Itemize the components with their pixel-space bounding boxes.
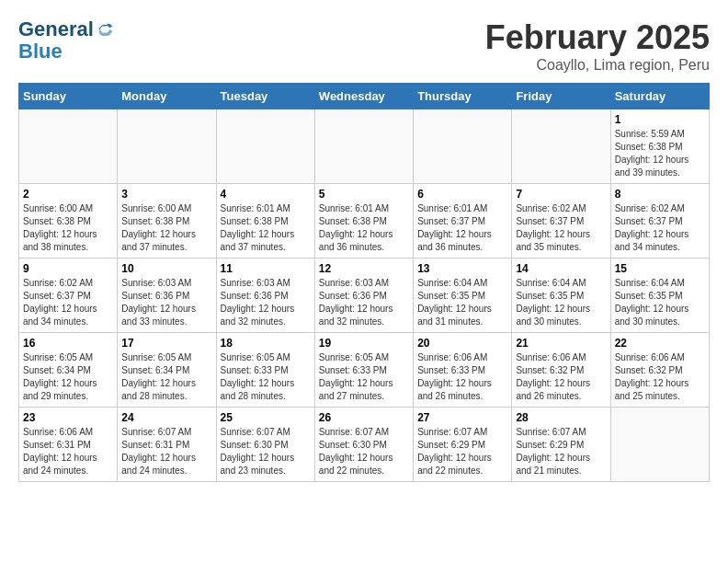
day-number: 1 [615, 113, 705, 126]
calendar-cell: 15Sunrise: 6:04 AM Sunset: 6:35 PM Dayli… [610, 259, 709, 333]
calendar-week-3: 16Sunrise: 6:05 AM Sunset: 6:34 PM Dayli… [19, 333, 710, 408]
calendar-cell: 14Sunrise: 6:04 AM Sunset: 6:35 PM Dayli… [512, 259, 610, 333]
day-number: 24 [121, 411, 211, 424]
day-info: Sunrise: 6:06 AM Sunset: 6:32 PM Dayligh… [516, 351, 606, 403]
day-number: 15 [615, 262, 705, 275]
logo-text: General [18, 18, 94, 40]
day-number: 26 [319, 411, 409, 424]
weekday-header-thursday: Thursday [414, 84, 512, 109]
day-info: Sunrise: 6:07 AM Sunset: 6:30 PM Dayligh… [221, 426, 311, 477]
weekday-header-row: SundayMondayTuesdayWednesdayThursdayFrid… [19, 84, 710, 109]
calendar-cell [19, 109, 118, 184]
calendar-cell: 18Sunrise: 6:05 AM Sunset: 6:33 PM Dayli… [216, 333, 314, 408]
day-info: Sunrise: 6:00 AM Sunset: 6:38 PM Dayligh… [23, 202, 113, 254]
day-number: 21 [516, 337, 606, 350]
header: General Blue February 2025 Coayllo, Lima… [18, 18, 710, 74]
day-number: 3 [121, 188, 211, 201]
calendar-cell [512, 109, 610, 184]
day-info: Sunrise: 6:06 AM Sunset: 6:32 PM Dayligh… [615, 351, 705, 403]
calendar-cell: 20Sunrise: 6:06 AM Sunset: 6:33 PM Dayli… [414, 333, 512, 408]
calendar-cell: 1Sunrise: 5:59 AM Sunset: 6:38 PM Daylig… [610, 109, 709, 184]
calendar-cell: 8Sunrise: 6:02 AM Sunset: 6:37 PM Daylig… [610, 184, 709, 259]
weekday-header-tuesday: Tuesday [216, 84, 314, 109]
day-number: 14 [516, 262, 606, 275]
day-number: 12 [319, 262, 409, 275]
calendar-cell: 21Sunrise: 6:06 AM Sunset: 6:32 PM Dayli… [512, 333, 610, 408]
day-number: 16 [23, 337, 113, 350]
day-number: 22 [615, 337, 705, 350]
title-section: February 2025 Coayllo, Lima region, Peru [485, 18, 710, 74]
day-info: Sunrise: 6:07 AM Sunset: 6:29 PM Dayligh… [516, 426, 606, 477]
calendar-cell: 19Sunrise: 6:05 AM Sunset: 6:33 PM Dayli… [314, 333, 413, 408]
calendar-cell: 26Sunrise: 6:07 AM Sunset: 6:30 PM Dayli… [314, 408, 413, 482]
day-info: Sunrise: 6:02 AM Sunset: 6:37 PM Dayligh… [516, 202, 606, 254]
day-info: Sunrise: 6:03 AM Sunset: 6:36 PM Dayligh… [221, 277, 311, 328]
day-info: Sunrise: 6:07 AM Sunset: 6:30 PM Dayligh… [319, 426, 409, 477]
day-info: Sunrise: 6:05 AM Sunset: 6:34 PM Dayligh… [23, 351, 113, 403]
logo-blue-text: Blue [18, 40, 63, 63]
calendar-cell: 22Sunrise: 6:06 AM Sunset: 6:32 PM Dayli… [610, 333, 709, 408]
calendar-cell: 12Sunrise: 6:03 AM Sunset: 6:36 PM Dayli… [314, 259, 413, 333]
calendar-cell [314, 109, 413, 184]
calendar-cell: 6Sunrise: 6:01 AM Sunset: 6:37 PM Daylig… [414, 184, 512, 259]
day-number: 9 [23, 262, 113, 275]
calendar-cell [414, 109, 512, 184]
calendar-cell [118, 109, 216, 184]
day-info: Sunrise: 6:07 AM Sunset: 6:29 PM Dayligh… [417, 426, 507, 477]
calendar-cell: 10Sunrise: 6:03 AM Sunset: 6:36 PM Dayli… [118, 259, 216, 333]
calendar-cell: 7Sunrise: 6:02 AM Sunset: 6:37 PM Daylig… [512, 184, 610, 259]
day-number: 13 [417, 262, 507, 275]
day-info: Sunrise: 6:02 AM Sunset: 6:37 PM Dayligh… [615, 202, 705, 254]
day-number: 19 [319, 337, 409, 350]
day-number: 4 [221, 188, 311, 201]
calendar-cell: 27Sunrise: 6:07 AM Sunset: 6:29 PM Dayli… [414, 408, 512, 482]
calendar-week-4: 23Sunrise: 6:06 AM Sunset: 6:31 PM Dayli… [19, 408, 710, 482]
weekday-header-saturday: Saturday [610, 84, 709, 109]
calendar-week-0: 1Sunrise: 5:59 AM Sunset: 6:38 PM Daylig… [19, 109, 710, 184]
day-info: Sunrise: 5:59 AM Sunset: 6:38 PM Dayligh… [615, 128, 705, 179]
calendar-cell [610, 408, 709, 482]
day-info: Sunrise: 6:05 AM Sunset: 6:33 PM Dayligh… [319, 351, 409, 403]
day-number: 20 [417, 337, 507, 350]
calendar-cell: 5Sunrise: 6:01 AM Sunset: 6:38 PM Daylig… [314, 184, 413, 259]
calendar-cell [216, 109, 314, 184]
calendar-cell: 9Sunrise: 6:02 AM Sunset: 6:37 PM Daylig… [19, 259, 118, 333]
day-info: Sunrise: 6:04 AM Sunset: 6:35 PM Dayligh… [516, 277, 606, 328]
calendar-cell: 2Sunrise: 6:00 AM Sunset: 6:38 PM Daylig… [19, 184, 118, 259]
day-info: Sunrise: 6:04 AM Sunset: 6:35 PM Dayligh… [615, 277, 705, 328]
day-info: Sunrise: 6:07 AM Sunset: 6:31 PM Dayligh… [121, 426, 211, 477]
day-number: 10 [121, 262, 211, 275]
calendar-table: SundayMondayTuesdayWednesdayThursdayFrid… [18, 83, 710, 482]
day-number: 6 [417, 188, 507, 201]
calendar-cell: 13Sunrise: 6:04 AM Sunset: 6:35 PM Dayli… [414, 259, 512, 333]
day-number: 11 [221, 262, 311, 275]
day-info: Sunrise: 6:00 AM Sunset: 6:38 PM Dayligh… [121, 202, 211, 254]
calendar-cell: 28Sunrise: 6:07 AM Sunset: 6:29 PM Dayli… [512, 408, 610, 482]
calendar-cell: 17Sunrise: 6:05 AM Sunset: 6:34 PM Dayli… [118, 333, 216, 408]
day-number: 25 [221, 411, 311, 424]
day-number: 18 [221, 337, 311, 350]
calendar-cell: 25Sunrise: 6:07 AM Sunset: 6:30 PM Dayli… [216, 408, 314, 482]
logo-icon [96, 20, 114, 39]
calendar-cell: 4Sunrise: 6:01 AM Sunset: 6:38 PM Daylig… [216, 184, 314, 259]
main-title: February 2025 [485, 18, 710, 57]
day-number: 7 [516, 188, 606, 201]
day-info: Sunrise: 6:06 AM Sunset: 6:31 PM Dayligh… [23, 426, 113, 477]
day-number: 27 [417, 411, 507, 424]
day-number: 23 [23, 411, 113, 424]
calendar-cell: 11Sunrise: 6:03 AM Sunset: 6:36 PM Dayli… [216, 259, 314, 333]
day-info: Sunrise: 6:06 AM Sunset: 6:33 PM Dayligh… [417, 351, 507, 403]
calendar-week-2: 9Sunrise: 6:02 AM Sunset: 6:37 PM Daylig… [19, 259, 710, 333]
calendar-week-1: 2Sunrise: 6:00 AM Sunset: 6:38 PM Daylig… [19, 184, 710, 259]
day-info: Sunrise: 6:03 AM Sunset: 6:36 PM Dayligh… [121, 277, 211, 328]
day-info: Sunrise: 6:04 AM Sunset: 6:35 PM Dayligh… [417, 277, 507, 328]
day-number: 2 [23, 188, 113, 201]
calendar-cell: 23Sunrise: 6:06 AM Sunset: 6:31 PM Dayli… [19, 408, 118, 482]
day-number: 28 [516, 411, 606, 424]
weekday-header-friday: Friday [512, 84, 610, 109]
day-number: 8 [615, 188, 705, 201]
calendar-cell: 16Sunrise: 6:05 AM Sunset: 6:34 PM Dayli… [19, 333, 118, 408]
weekday-header-monday: Monday [118, 84, 216, 109]
day-number: 5 [319, 188, 409, 201]
day-info: Sunrise: 6:01 AM Sunset: 6:38 PM Dayligh… [221, 202, 311, 254]
